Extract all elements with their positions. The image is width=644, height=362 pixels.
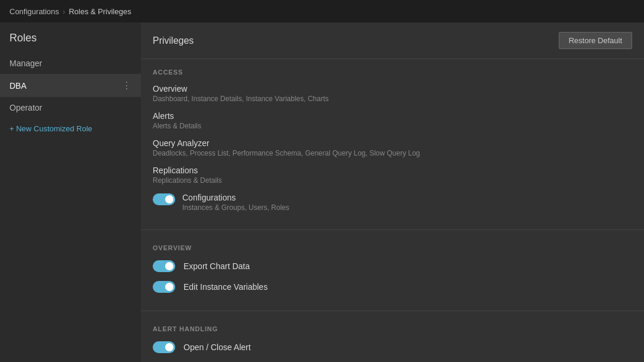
- sidebar: Roles Manager DBA ⋮ Operator + New Custo…: [0, 22, 141, 362]
- access-item-overview-title: Overview: [153, 84, 632, 93]
- access-item-overview: Overview Dashboard, Instance Details, In…: [153, 84, 632, 103]
- access-item-query-analyzer: Query Analyzer Deadlocks, Process List, …: [153, 138, 632, 157]
- open-close-alert-toggle[interactable]: [153, 341, 175, 353]
- section-divider-1: [141, 230, 644, 230]
- access-item-configurations-text: Configurations Instances & Groups, Users…: [182, 193, 289, 212]
- access-item-configurations-subtitle: Instances & Groups, Users, Roles: [182, 203, 289, 212]
- export-chart-data-label: Export Chart Data: [183, 261, 250, 271]
- overview-section: OVERVIEW Export Chart Data Edit Instance…: [141, 235, 644, 306]
- sidebar-item-manager[interactable]: Manager: [0, 53, 141, 74]
- breadcrumb-configurations[interactable]: Configurations: [9, 7, 59, 16]
- overview-export-chart-row: Export Chart Data: [153, 260, 632, 272]
- access-section-header: ACCESS: [153, 69, 632, 76]
- privileges-title: Privileges: [153, 35, 194, 46]
- sidebar-item-dba[interactable]: DBA ⋮: [0, 74, 141, 97]
- sidebar-item-label-manager: Manager: [9, 59, 42, 68]
- open-close-alert-label: Open / Close Alert: [183, 342, 251, 352]
- privileges-header: Privileges Restore Default: [141, 22, 644, 59]
- sidebar-item-label-dba: DBA: [9, 81, 27, 90]
- access-section: ACCESS Overview Dashboard, Instance Deta…: [141, 59, 644, 225]
- topbar: Configurations › Roles & Privileges: [0, 0, 644, 22]
- main-layout: Roles Manager DBA ⋮ Operator + New Custo…: [0, 22, 644, 362]
- section-divider-2: [141, 311, 644, 311]
- overview-edit-instance-row: Edit Instance Variables: [153, 280, 632, 293]
- access-item-alerts-subtitle: Alerts & Details: [153, 122, 632, 130]
- access-item-alerts: Alerts Alerts & Details: [153, 111, 632, 130]
- access-item-configurations-title: Configurations: [182, 193, 289, 202]
- access-item-replications-title: Replications: [153, 166, 632, 175]
- restore-default-button[interactable]: Restore Default: [559, 32, 632, 49]
- edit-instance-variables-label: Edit Instance Variables: [183, 282, 268, 292]
- sidebar-item-label-operator: Operator: [9, 103, 42, 112]
- overview-section-header: OVERVIEW: [153, 244, 632, 251]
- access-item-query-analyzer-title: Query Analyzer: [153, 138, 632, 148]
- access-item-query-analyzer-subtitle: Deadlocks, Process List, Performance Sch…: [153, 149, 632, 157]
- breadcrumb: Configurations › Roles & Privileges: [9, 7, 131, 16]
- alert-handling-section-header: ALERT HANDLING: [153, 325, 632, 332]
- new-customized-role-button[interactable]: + New Customized Role: [0, 118, 141, 139]
- sidebar-title: Roles: [0, 32, 141, 53]
- more-options-icon[interactable]: ⋮: [122, 80, 131, 91]
- breadcrumb-current: Roles & Privileges: [69, 7, 131, 16]
- access-item-configurations: Configurations Instances & Groups, Users…: [153, 193, 632, 212]
- alert-open-close-row: Open / Close Alert: [153, 341, 632, 353]
- export-chart-data-toggle[interactable]: [153, 260, 175, 272]
- sidebar-item-operator[interactable]: Operator: [0, 97, 141, 118]
- access-item-overview-subtitle: Dashboard, Instance Details, Instance Va…: [153, 95, 632, 103]
- content-area: Privileges Restore Default ACCESS Overvi…: [141, 22, 644, 362]
- access-item-replications-subtitle: Replications & Details: [153, 176, 632, 185]
- breadcrumb-separator: ›: [63, 7, 65, 16]
- alert-handling-section: ALERT HANDLING Open / Close Alert Add Al…: [141, 316, 644, 362]
- access-item-replications: Replications Replications & Details: [153, 166, 632, 185]
- access-item-alerts-title: Alerts: [153, 111, 632, 121]
- edit-instance-variables-toggle[interactable]: [153, 281, 175, 293]
- configurations-toggle[interactable]: [153, 193, 175, 205]
